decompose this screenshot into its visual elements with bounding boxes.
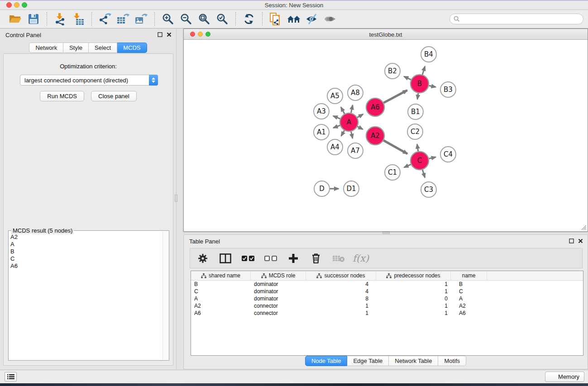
graph-edge-A6-B[interactable] bbox=[384, 91, 407, 103]
toolbar-separator bbox=[91, 12, 92, 26]
graph-edge-A-A8[interactable] bbox=[351, 105, 353, 113]
tab-select[interactable]: Select bbox=[89, 43, 117, 53]
memory-label: Memory bbox=[558, 373, 579, 380]
graph-edge-B-B2[interactable] bbox=[404, 76, 411, 80]
show-panel-eye-icon[interactable] bbox=[322, 12, 338, 26]
deselect-all-columns-icon[interactable] bbox=[264, 252, 277, 265]
graph-node-label-C3: C3 bbox=[424, 186, 433, 194]
result-item: B bbox=[10, 248, 162, 255]
save-session-icon[interactable] bbox=[26, 12, 41, 26]
float-panel-icon[interactable] bbox=[569, 238, 574, 243]
memory-button[interactable]: Memory bbox=[545, 372, 584, 382]
graph-edge-A-A6[interactable] bbox=[357, 114, 363, 117]
tab-network-table[interactable]: Network Table bbox=[389, 356, 438, 366]
graph-node-label-B4: B4 bbox=[424, 50, 433, 58]
graph-edge-C-C3[interactable] bbox=[422, 170, 425, 177]
table-row[interactable]: Adominator80A bbox=[191, 295, 583, 302]
result-item: A bbox=[10, 241, 162, 248]
optimization-criterion-label: Optimization criterion: bbox=[4, 63, 173, 70]
graph-edge-A-A4[interactable] bbox=[341, 130, 344, 136]
refresh-layout-icon[interactable] bbox=[241, 12, 257, 26]
column-header-mcds-role[interactable]: MCDS role bbox=[251, 271, 306, 280]
graph-node-label-D1: D1 bbox=[346, 185, 356, 193]
graph-node-label-B2: B2 bbox=[388, 67, 397, 75]
tab-edge-table[interactable]: Edge Table bbox=[347, 356, 389, 366]
control-panel-header: Control Panel bbox=[0, 29, 176, 41]
home-view-icon[interactable] bbox=[286, 12, 301, 26]
select-all-columns-icon[interactable] bbox=[241, 252, 255, 265]
search-input[interactable] bbox=[460, 15, 583, 23]
open-session-icon[interactable] bbox=[8, 12, 23, 26]
column-header-shared-name[interactable]: shared name bbox=[191, 271, 251, 280]
split-columns-icon[interactable] bbox=[219, 252, 232, 265]
mcds-result-list[interactable]: A2 A B C A6 bbox=[10, 234, 162, 359]
table-row[interactable]: Bdominator41B bbox=[191, 281, 583, 288]
tab-node-table[interactable]: Node Table bbox=[305, 356, 348, 366]
float-panel-icon[interactable] bbox=[158, 32, 163, 37]
zoom-out-icon[interactable] bbox=[178, 12, 194, 26]
list-icon bbox=[7, 374, 14, 380]
tab-motifs[interactable]: Motifs bbox=[438, 356, 466, 366]
hide-panel-eye-icon[interactable] bbox=[304, 12, 320, 26]
tab-mcds[interactable]: MCDS bbox=[117, 43, 147, 53]
export-image-icon[interactable] bbox=[134, 12, 149, 26]
network-view-window: testGlobe.txt B4B2BB3A8A5A6B1A3AA1C2A2A4… bbox=[183, 29, 588, 232]
graph-edge-A-A5[interactable] bbox=[341, 107, 344, 114]
export-table-icon[interactable] bbox=[115, 12, 131, 26]
network-window-titlebar[interactable]: testGlobe.txt bbox=[184, 29, 588, 40]
graph-edge-A2-C[interactable] bbox=[383, 140, 407, 154]
result-scrollbar[interactable] bbox=[163, 231, 168, 360]
toolbar-separator bbox=[235, 12, 236, 26]
graph-edge-C-C4[interactable] bbox=[429, 157, 435, 158]
clone-network-icon[interactable] bbox=[268, 12, 283, 26]
graph-edge-B-B4[interactable] bbox=[422, 67, 425, 75]
import-table-icon[interactable] bbox=[71, 12, 86, 26]
graph-edge-B-B3[interactable] bbox=[429, 86, 436, 87]
close-panel-icon[interactable] bbox=[167, 32, 172, 37]
close-panel-button[interactable]: Close panel bbox=[91, 91, 137, 101]
graph-node-label-B1: B1 bbox=[411, 108, 420, 116]
delete-table-icon[interactable] bbox=[332, 252, 345, 265]
graph-node-label-A6: A6 bbox=[371, 103, 380, 111]
graph-edge-B-B1[interactable] bbox=[417, 93, 418, 100]
graph-edge-A-A2[interactable] bbox=[358, 127, 363, 129]
tab-network[interactable]: Network bbox=[29, 43, 63, 53]
zoom-selected-icon[interactable] bbox=[215, 12, 230, 26]
function-builder-icon[interactable]: f(x) bbox=[353, 253, 369, 264]
app-title-bar: Session: New Session bbox=[0, 0, 588, 10]
zoom-in-icon[interactable] bbox=[160, 12, 176, 26]
column-header-predecessor-nodes[interactable]: predecessor nodes bbox=[376, 271, 451, 280]
criterion-dropdown[interactable]: largest connected component (directed) bbox=[20, 75, 158, 86]
run-mcds-button[interactable]: Run MCDS bbox=[40, 91, 84, 101]
vertical-divider-grip[interactable] bbox=[175, 195, 177, 202]
resize-grip-icon[interactable] bbox=[580, 224, 587, 230]
criterion-value: largest connected component (directed) bbox=[20, 77, 149, 84]
export-network-icon[interactable] bbox=[97, 12, 113, 26]
table-row[interactable]: Cdominator41C bbox=[191, 288, 583, 295]
column-header-name[interactable]: name bbox=[451, 271, 487, 280]
table-row[interactable]: A6connector11A6 bbox=[191, 310, 583, 317]
zoom-fit-icon[interactable] bbox=[196, 12, 212, 26]
import-network-icon[interactable] bbox=[53, 12, 68, 26]
graph-edge-A-A3[interactable] bbox=[333, 116, 340, 119]
search-field[interactable] bbox=[449, 14, 583, 24]
horizontal-divider-grip[interactable] bbox=[382, 232, 390, 234]
memory-status-icon bbox=[550, 374, 555, 380]
tab-style[interactable]: Style bbox=[63, 43, 89, 53]
graph-edge-A-A7[interactable] bbox=[351, 131, 353, 138]
column-header-successor-nodes[interactable]: successor nodes bbox=[306, 271, 376, 280]
result-item: C bbox=[10, 255, 162, 262]
graph-edge-C-C2[interactable] bbox=[417, 144, 418, 152]
graph-edge-A-A1[interactable] bbox=[333, 125, 340, 128]
graph-edge-C-C1[interactable] bbox=[404, 164, 411, 167]
graph-node-label-D: D bbox=[319, 185, 325, 193]
add-column-icon[interactable] bbox=[287, 252, 300, 265]
network-canvas[interactable]: B4B2BB3A8A5A6B1A3AA1C2A2A4A7C4CC1DD1C3 bbox=[184, 40, 588, 231]
network-graph[interactable]: B4B2BB3A8A5A6B1A3AA1C2A2A4A7C4CC1DD1C3 bbox=[184, 40, 588, 231]
close-panel-icon[interactable] bbox=[578, 238, 583, 243]
graph-node-label-C4: C4 bbox=[444, 150, 453, 158]
delete-column-icon[interactable] bbox=[309, 252, 323, 265]
settings-gear-icon[interactable] bbox=[196, 252, 210, 265]
table-row[interactable]: A2connector11A2 bbox=[191, 302, 583, 310]
task-history-button[interactable] bbox=[5, 372, 17, 381]
